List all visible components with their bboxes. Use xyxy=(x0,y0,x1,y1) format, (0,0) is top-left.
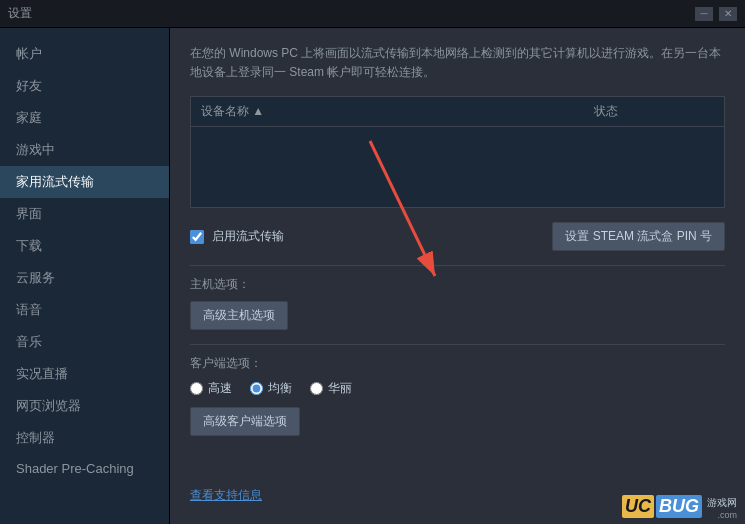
minimize-button[interactable]: ─ xyxy=(695,7,713,21)
watermark-text-group: 游戏网 .com xyxy=(704,492,737,520)
watermark: UC BUG 游戏网 .com xyxy=(622,492,737,520)
divider-1 xyxy=(190,265,725,266)
device-table: 设备名称 ▲ 状态 xyxy=(190,96,725,208)
sidebar-item-interface[interactable]: 界面 xyxy=(0,198,169,230)
divider-2 xyxy=(190,344,725,345)
title-bar: 设置 ─ ✕ xyxy=(0,0,745,28)
radio-beautiful-label: 华丽 xyxy=(328,380,352,397)
description-text: 在您的 Windows PC 上将画面以流式传输到本地网络上检测到的其它计算机以… xyxy=(190,44,725,82)
content-area: 在您的 Windows PC 上将画面以流式传输到本地网络上检测到的其它计算机以… xyxy=(170,28,745,524)
sidebar-item-music[interactable]: 音乐 xyxy=(0,326,169,358)
sidebar-item-friends[interactable]: 好友 xyxy=(0,70,169,102)
radio-balanced-input[interactable] xyxy=(250,382,263,395)
host-options-label: 主机选项： xyxy=(190,276,725,293)
client-options-label: 客户端选项： xyxy=(190,355,725,372)
column-status: 状态 xyxy=(594,103,714,120)
host-options-section: 主机选项： 高级主机选项 xyxy=(190,276,725,330)
device-table-body xyxy=(191,127,724,207)
radio-fast-label: 高速 xyxy=(208,380,232,397)
sidebar-item-shader[interactable]: Shader Pre-Caching xyxy=(0,454,169,483)
sidebar-item-download[interactable]: 下载 xyxy=(0,230,169,262)
radio-fast-input[interactable] xyxy=(190,382,203,395)
radio-beautiful[interactable]: 华丽 xyxy=(310,380,352,397)
watermark-uc: UC xyxy=(622,495,654,518)
sidebar-item-controller[interactable]: 控制器 xyxy=(0,422,169,454)
main-container: 帐户 好友 家庭 游戏中 家用流式传输 界面 下载 云服务 语音 音乐 实况直播… xyxy=(0,28,745,524)
sidebar-item-voice[interactable]: 语音 xyxy=(0,294,169,326)
pin-button[interactable]: 设置 STEAM 流式盒 PIN 号 xyxy=(552,222,725,251)
radio-balanced[interactable]: 均衡 xyxy=(250,380,292,397)
sidebar-item-homestream[interactable]: 家用流式传输 xyxy=(0,166,169,198)
sidebar-item-account[interactable]: 帐户 xyxy=(0,38,169,70)
radio-balanced-label: 均衡 xyxy=(268,380,292,397)
close-button[interactable]: ✕ xyxy=(719,7,737,21)
window-title: 设置 xyxy=(8,5,32,22)
sidebar-item-family[interactable]: 家庭 xyxy=(0,102,169,134)
sidebar-item-cloud[interactable]: 云服务 xyxy=(0,262,169,294)
enable-streaming-label: 启用流式传输 xyxy=(212,228,284,245)
quality-radio-group: 高速 均衡 华丽 xyxy=(190,380,725,397)
watermark-domain: .com xyxy=(704,510,737,520)
window-controls: ─ ✕ xyxy=(695,7,737,21)
advanced-client-button[interactable]: 高级客户端选项 xyxy=(190,407,300,436)
sidebar-item-ingame[interactable]: 游戏中 xyxy=(0,134,169,166)
column-device-name[interactable]: 设备名称 ▲ xyxy=(201,103,594,120)
checkbox-group: 启用流式传输 xyxy=(190,228,284,245)
watermark-bug: BUG xyxy=(656,495,702,518)
support-link[interactable]: 查看支持信息 xyxy=(190,487,262,504)
advanced-host-button[interactable]: 高级主机选项 xyxy=(190,301,288,330)
radio-fast[interactable]: 高速 xyxy=(190,380,232,397)
enable-streaming-row: 启用流式传输 设置 STEAM 流式盒 PIN 号 xyxy=(190,222,725,251)
sidebar: 帐户 好友 家庭 游戏中 家用流式传输 界面 下载 云服务 语音 音乐 实况直播… xyxy=(0,28,170,524)
sidebar-item-browser[interactable]: 网页浏览器 xyxy=(0,390,169,422)
sidebar-item-broadcast[interactable]: 实况直播 xyxy=(0,358,169,390)
enable-streaming-checkbox[interactable] xyxy=(190,230,204,244)
watermark-gamesite: 游戏网 xyxy=(707,497,737,508)
device-table-header: 设备名称 ▲ 状态 xyxy=(191,97,724,127)
client-options-section: 客户端选项： 高速 均衡 华丽 高级客户端选项 xyxy=(190,355,725,436)
radio-beautiful-input[interactable] xyxy=(310,382,323,395)
